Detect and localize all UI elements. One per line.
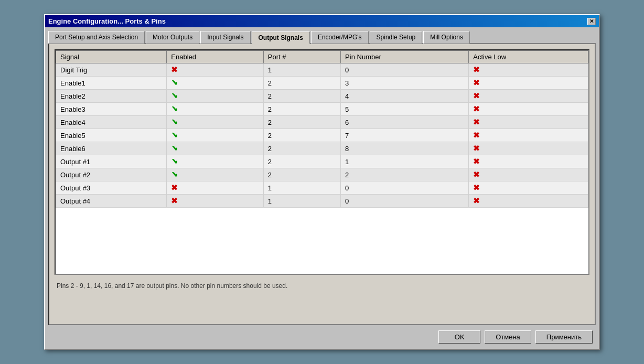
cell-active-low-0[interactable]: ✖ xyxy=(469,63,588,77)
cell-active-low-7[interactable]: ✖ xyxy=(469,155,588,168)
cell-enabled-7[interactable]: ✔ xyxy=(167,155,264,168)
cell-pin-5: 7 xyxy=(341,129,469,142)
x-icon: ✖ xyxy=(171,183,178,192)
col-header-3: Pin Number xyxy=(341,51,469,63)
cell-port-5: 2 xyxy=(263,129,340,142)
active-low-x-icon: ✖ xyxy=(473,183,480,192)
cell-pin-1: 3 xyxy=(341,77,469,90)
tab-motor-outputs[interactable]: Motor Outputs xyxy=(146,31,199,44)
cell-port-4: 2 xyxy=(263,116,340,129)
cell-pin-4: 6 xyxy=(341,116,469,129)
tab-spindle-setup[interactable]: Spindle Setup xyxy=(370,31,423,44)
active-low-x-icon: ✖ xyxy=(473,117,480,127)
check-icon: ✔ xyxy=(171,131,178,140)
cell-signal-1: Enable1 xyxy=(56,77,167,90)
cell-port-9: 1 xyxy=(263,181,340,195)
active-low-x-icon: ✖ xyxy=(473,170,480,179)
cell-signal-6: Enable6 xyxy=(56,142,167,155)
cell-pin-9: 0 xyxy=(341,181,469,195)
cell-active-low-10[interactable]: ✖ xyxy=(469,195,588,208)
main-window: Engine Configuration... Ports & Pins ✕ P… xyxy=(44,14,600,350)
table-row: Output #2✔22✖ xyxy=(56,168,588,181)
cell-active-low-6[interactable]: ✖ xyxy=(469,142,588,155)
x-icon: ✖ xyxy=(171,65,178,74)
cell-enabled-5[interactable]: ✔ xyxy=(167,129,264,142)
cell-signal-3: Enable3 xyxy=(56,103,167,116)
cell-enabled-6[interactable]: ✔ xyxy=(167,142,264,155)
check-icon: ✔ xyxy=(171,157,178,166)
cell-enabled-10[interactable]: ✖ xyxy=(167,195,264,208)
cell-active-low-3[interactable]: ✖ xyxy=(469,103,588,116)
cell-pin-0: 0 xyxy=(341,63,469,77)
tab-mill-options[interactable]: Mill Options xyxy=(423,31,470,44)
ok-button[interactable]: OK xyxy=(438,330,480,344)
active-low-x-icon: ✖ xyxy=(473,104,480,114)
table-row: Enable2✔24✖ xyxy=(56,90,588,103)
cell-enabled-9[interactable]: ✖ xyxy=(167,181,264,195)
cell-port-3: 2 xyxy=(263,103,340,116)
cell-port-0: 1 xyxy=(263,63,340,77)
cell-enabled-2[interactable]: ✔ xyxy=(167,90,264,103)
apply-button[interactable]: Применить xyxy=(535,330,593,344)
tab-bar: Port Setup and Axis SelectionMotor Outpu… xyxy=(45,27,599,43)
cell-signal-0: Digit Trig xyxy=(56,63,167,77)
check-icon: ✔ xyxy=(171,78,178,88)
col-header-4: Active Low xyxy=(469,51,588,63)
table-container: SignalEnabledPort #Pin NumberActive Low … xyxy=(55,49,589,275)
check-icon: ✔ xyxy=(171,117,178,127)
active-low-x-icon: ✖ xyxy=(473,131,480,140)
cell-signal-2: Enable2 xyxy=(56,90,167,103)
cell-enabled-8[interactable]: ✔ xyxy=(167,168,264,181)
cell-active-low-8[interactable]: ✖ xyxy=(469,168,588,181)
check-icon: ✔ xyxy=(171,144,178,153)
cell-pin-7: 1 xyxy=(341,155,469,168)
cell-active-low-5[interactable]: ✖ xyxy=(469,129,588,142)
check-icon: ✔ xyxy=(171,170,178,179)
table-row: Enable3✔25✖ xyxy=(56,103,588,116)
tab-encoder-mpgs[interactable]: Encoder/MPG's xyxy=(311,31,369,44)
cell-active-low-4[interactable]: ✖ xyxy=(469,116,588,129)
cell-signal-7: Output #1 xyxy=(56,155,167,168)
close-button[interactable]: ✕ xyxy=(587,18,596,25)
table-row: Digit Trig✖10✖ xyxy=(56,63,588,77)
cell-enabled-1[interactable]: ✔ xyxy=(167,77,264,90)
tab-input-signals[interactable]: Input Signals xyxy=(200,31,250,44)
cell-active-low-9[interactable]: ✖ xyxy=(469,181,588,195)
table-row: Enable6✔28✖ xyxy=(56,142,588,155)
cell-active-low-1[interactable]: ✖ xyxy=(469,77,588,90)
check-icon: ✔ xyxy=(171,104,178,114)
cancel-button[interactable]: Отмена xyxy=(485,330,531,344)
cell-signal-9: Output #3 xyxy=(56,181,167,195)
table-row: Enable1✔23✖ xyxy=(56,77,588,90)
active-low-x-icon: ✖ xyxy=(473,65,480,74)
active-low-x-icon: ✖ xyxy=(473,144,480,153)
content-area: SignalEnabledPort #Pin NumberActive Low … xyxy=(48,43,596,325)
output-signals-table: SignalEnabledPort #Pin NumberActive Low … xyxy=(56,50,588,208)
cell-enabled-3[interactable]: ✔ xyxy=(167,103,264,116)
table-body: Digit Trig✖10✖Enable1✔23✖Enable2✔24✖Enab… xyxy=(56,63,588,208)
tab-output-signals[interactable]: Output Signals xyxy=(252,31,310,44)
active-low-x-icon: ✖ xyxy=(473,196,480,206)
x-icon: ✖ xyxy=(171,196,178,206)
cell-enabled-0[interactable]: ✖ xyxy=(167,63,264,77)
check-icon: ✔ xyxy=(171,91,178,101)
table-scroll[interactable]: SignalEnabledPort #Pin NumberActive Low … xyxy=(56,50,588,274)
window-title: Engine Configuration... Ports & Pins xyxy=(48,17,166,25)
table-row: Enable5✔27✖ xyxy=(56,129,588,142)
cell-active-low-2[interactable]: ✖ xyxy=(469,90,588,103)
table-row: Output #4✖10✖ xyxy=(56,195,588,208)
cell-port-6: 2 xyxy=(263,142,340,155)
cell-enabled-4[interactable]: ✔ xyxy=(167,116,264,129)
cell-signal-5: Enable5 xyxy=(56,129,167,142)
cell-pin-8: 2 xyxy=(341,168,469,181)
cell-signal-4: Enable4 xyxy=(56,116,167,129)
table-header: SignalEnabledPort #Pin NumberActive Low xyxy=(56,51,588,63)
title-bar: Engine Configuration... Ports & Pins ✕ xyxy=(45,15,599,27)
cell-port-2: 2 xyxy=(263,90,340,103)
bottom-bar: OK Отмена Применить xyxy=(45,325,599,349)
tab-port-setup[interactable]: Port Setup and Axis Selection xyxy=(48,31,145,44)
header-row: SignalEnabledPort #Pin NumberActive Low xyxy=(56,51,588,63)
table-row: Output #1✔21✖ xyxy=(56,155,588,168)
col-header-2: Port # xyxy=(263,51,340,63)
cell-port-7: 2 xyxy=(263,155,340,168)
